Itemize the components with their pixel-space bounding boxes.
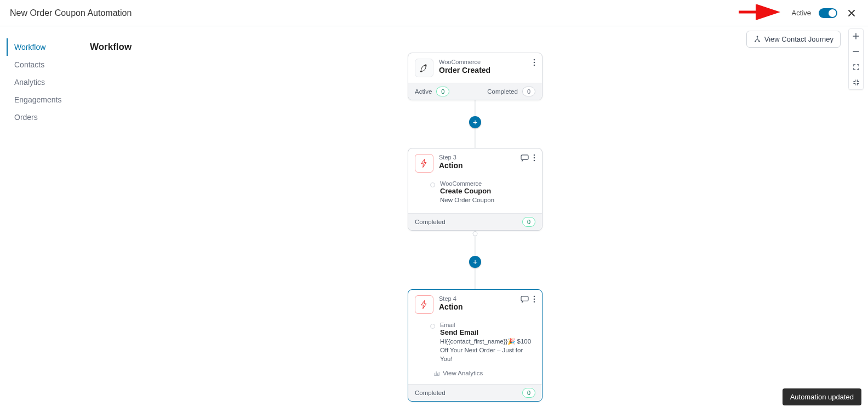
svg-point-5 [534,62,535,64]
node-menu-button[interactable] [533,295,535,303]
rocket-icon [415,59,433,77]
node-service: Email [440,322,535,328]
sidebar-item-engagements[interactable]: Engagements [7,91,78,108]
completed-count: 0 [522,388,535,398]
svg-point-8 [534,154,535,156]
completed-label: Completed [487,88,518,95]
completed-count: 0 [522,217,535,227]
bolt-icon [415,295,433,314]
completed-label: Completed [415,219,446,225]
add-step-button[interactable]: + [469,116,481,128]
toast-notification: Automation updated [783,388,861,405]
add-step-button[interactable]: + [469,256,481,268]
node-action-name: Send Email [440,328,535,336]
node-comment-button[interactable] [521,154,529,162]
chart-icon [433,370,440,376]
close-icon [847,9,856,18]
workflow-node-action-coupon[interactable]: Step 3 Action WooCommerce Create Coupon … [408,148,542,231]
close-button[interactable] [845,8,858,19]
page-title: New Order Coupon Automation [10,8,132,18]
view-analytics-label: View Analytics [443,370,483,376]
view-analytics-link[interactable]: View Analytics [433,370,483,376]
chat-icon [521,154,529,162]
sidebar-item-workflow[interactable]: Workflow [7,38,78,56]
header: New Order Coupon Automation Active [0,0,868,26]
node-title: Action [439,161,515,170]
node-menu-button[interactable] [533,154,535,162]
svg-point-4 [534,59,535,61]
node-title: Action [439,302,515,311]
node-comment-button[interactable] [521,296,529,303]
node-eyebrow: Step 3 [439,154,515,161]
sidebar-item-contacts[interactable]: Contacts [7,56,78,73]
bolt-icon [415,154,433,173]
node-description: Hi{{contact_first_name}}🎉 $100 Off Your … [440,337,535,363]
node-eyebrow: Step 4 [439,295,515,302]
svg-point-6 [534,65,535,66]
svg-point-14 [534,301,535,303]
svg-rect-11 [521,296,528,300]
node-eyebrow: WooCommerce [439,59,528,65]
more-icon [533,295,535,303]
node-description: New Order Coupon [440,196,535,204]
connector-dot [473,231,478,236]
completed-label: Completed [415,390,446,396]
node-title: Order Created [439,66,528,75]
more-icon [533,154,535,162]
chat-icon [521,296,529,303]
sidebar-item-orders[interactable]: Orders [7,108,78,126]
sidebar-item-analytics[interactable]: Analytics [7,73,78,91]
sidebar: Workflow Contacts Analytics Engagements … [7,38,78,126]
svg-point-9 [534,157,535,159]
active-toggle[interactable] [819,8,837,18]
active-label: Active [415,88,432,95]
svg-point-13 [534,299,535,300]
workflow-node-action-email[interactable]: Step 4 Action Email Send Email Hi{{conta… [408,289,542,402]
svg-point-10 [534,160,535,162]
header-actions: Active [792,8,858,19]
completed-count: 0 [522,87,535,96]
more-icon [533,59,535,66]
svg-point-12 [534,296,535,297]
workflow-node-trigger[interactable]: WooCommerce Order Created Active0 Comple… [408,53,542,100]
active-toggle-label: Active [792,9,811,17]
workflow-canvas[interactable]: + + WooCommerce Order Created Active0 Co… [82,33,868,412]
node-menu-button[interactable] [533,59,535,66]
active-count: 0 [436,87,449,96]
svg-rect-7 [521,154,528,159]
node-action-name: Create Coupon [440,187,535,195]
node-service: WooCommerce [440,180,535,187]
